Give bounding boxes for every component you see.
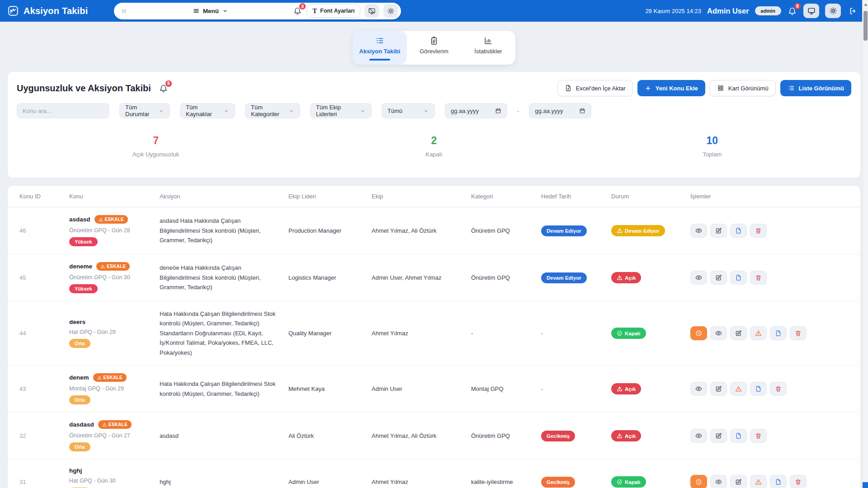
table-row: 45 denemeESKALE Önüretim GPQ - Gün 30 Yü…: [8, 254, 860, 301]
row-actions: [690, 475, 849, 488]
search-input[interactable]: [23, 108, 104, 114]
topic-search-field[interactable]: [17, 103, 109, 118]
list-icon: [375, 36, 384, 45]
stat-closed: 2 Kapalı: [295, 135, 573, 158]
trash-action-button[interactable]: [770, 382, 787, 396]
tab-aksiyon-takibi[interactable]: Aksiyon Takibi: [353, 31, 407, 65]
logout-button[interactable]: [849, 7, 857, 15]
menu-button[interactable]: Menü: [132, 7, 288, 14]
notification-badge: 8: [299, 3, 306, 10]
trash-action-button[interactable]: [750, 429, 767, 443]
clock-action-button[interactable]: [690, 326, 707, 340]
user-notification-badge: 8: [794, 3, 801, 10]
scroll-up-arrow[interactable]: [864, 3, 868, 6]
card-view-button[interactable]: Kart Görünümü: [710, 80, 776, 96]
warn-action-button[interactable]: [730, 382, 747, 396]
chevron-down-icon: [222, 8, 228, 14]
sun-icon: [829, 7, 837, 15]
user-notifications-button[interactable]: 8: [787, 6, 797, 16]
display-mode-button[interactable]: [803, 4, 819, 18]
theme-light-button[interactable]: [383, 4, 398, 18]
eye-action-button[interactable]: [710, 326, 727, 340]
edit-action-button[interactable]: [710, 429, 727, 443]
priority-badge: Orta: [69, 395, 90, 404]
page-scrollbar[interactable]: [862, 0, 868, 488]
doc-action-button[interactable]: [750, 382, 767, 396]
clipboard-icon: [429, 36, 439, 45]
app-logo-icon: [7, 5, 19, 17]
col-konu-id: Konu ID: [19, 193, 69, 200]
eye-action-button[interactable]: [690, 224, 707, 238]
target-date-badge: Devam Ediyor: [541, 225, 587, 236]
panel-notifications-button[interactable]: 8: [158, 83, 169, 94]
date-to-input[interactable]: gg.aa.yyyy: [529, 103, 591, 118]
trash-action-button[interactable]: [790, 326, 807, 340]
status: Açık: [611, 430, 690, 441]
action-description: Hata Hakkında Çalışan Bilgilendirilmesi …: [160, 309, 288, 357]
target-date: Gecikmiş: [541, 431, 611, 441]
eye-action-button[interactable]: [690, 271, 707, 285]
edit-action-button[interactable]: [710, 224, 727, 238]
scrollbar-thumb[interactable]: [863, 11, 868, 41]
clock-action-button[interactable]: [690, 475, 707, 488]
tab-gorevlerim[interactable]: Görevlerim: [407, 31, 461, 65]
topic-id: 44: [19, 330, 69, 337]
chevron-down-icon: [288, 108, 294, 114]
team-leader-filter-select[interactable]: Tüm Ekip Liderleri: [310, 103, 372, 118]
trash-action-button[interactable]: [790, 475, 807, 488]
team-leader: Mehmet Kaya: [288, 385, 372, 392]
new-topic-button[interactable]: Yeni Konu Ekle: [637, 80, 705, 96]
category-filter-select[interactable]: Tüm Kategoriler: [245, 103, 300, 118]
all-filter-select[interactable]: Tümü: [382, 103, 435, 118]
screen-off-button[interactable]: [364, 4, 379, 18]
brand: Aksiyon Takibi: [7, 5, 88, 17]
theme-toggle-button[interactable]: [825, 4, 841, 18]
doc-action-button[interactable]: [770, 326, 787, 340]
doc-action-button[interactable]: [730, 271, 747, 285]
doc-action-button[interactable]: [730, 429, 747, 443]
edit-action-button[interactable]: [730, 475, 747, 488]
eye-action-button[interactable]: [710, 475, 727, 488]
col-islemler: İşlemler: [690, 193, 849, 200]
warn-action-button[interactable]: [750, 326, 767, 340]
import-excel-button[interactable]: Excel'den İçe Aktar: [557, 80, 633, 96]
trash-action-button[interactable]: [750, 224, 767, 238]
eye-action-button[interactable]: [690, 382, 707, 396]
stat-open: 7 Açık Uygunsuzluk: [17, 135, 295, 158]
status-badge: Kapalı: [611, 328, 646, 339]
status: Kapalı: [611, 328, 690, 339]
warn-action-button[interactable]: [750, 475, 767, 488]
edit-action-button[interactable]: [710, 382, 727, 396]
chevron-down-icon: [423, 108, 429, 114]
scroll-corner[interactable]: [863, 482, 868, 488]
tab-label: Görevlerim: [420, 48, 448, 55]
eskale-badge: ESKALE: [93, 373, 127, 382]
drag-handle-icon[interactable]: [120, 7, 128, 15]
doc-action-button[interactable]: [770, 475, 787, 488]
eye-action-button[interactable]: [690, 429, 707, 443]
target-date-badge: Gecikmiş: [541, 431, 575, 441]
notifications-button[interactable]: 8: [292, 6, 302, 16]
row-actions: [690, 224, 849, 238]
source-filter-select[interactable]: Tüm Kaynaklar: [180, 103, 235, 118]
team-members: Admin User, Ahmet Yılmaz: [372, 274, 471, 281]
doc-action-button[interactable]: [730, 224, 747, 238]
date-from-input[interactable]: gg.aa.yyyy: [445, 103, 507, 118]
grid-icon: [717, 84, 724, 92]
trash-action-button[interactable]: [750, 271, 767, 285]
chevron-down-icon: [223, 108, 229, 114]
list-view-button[interactable]: Liste Görünümü: [780, 80, 851, 96]
table-header: Konu ID Konu Aksiyon Ekip Lideri Ekip Ka…: [8, 186, 860, 207]
summary-stats: 7 Açık Uygunsuzluk 2 Kapalı 10 Toplam: [17, 135, 851, 158]
topic-source: Önüretim GPQ - Gün 27: [69, 432, 151, 439]
edit-action-button[interactable]: [730, 326, 747, 340]
status-badge: Kapalı: [611, 476, 646, 488]
user-role-badge: admin: [755, 6, 781, 15]
font-settings-button[interactable]: T Font Ayarları: [307, 4, 360, 18]
edit-action-button[interactable]: [710, 271, 727, 285]
status-filter-select[interactable]: Tüm Durumlar: [119, 103, 170, 118]
tab-istatistikler[interactable]: İstatistikler: [461, 31, 515, 65]
col-konu: Konu: [69, 193, 160, 200]
filters-panel: Uygunsuzluk ve Aksiyon Takibi 8 Excel'de…: [7, 71, 861, 178]
action-description: asdasd Hata Hakkında Çalışan Bilgilendir…: [160, 216, 288, 245]
